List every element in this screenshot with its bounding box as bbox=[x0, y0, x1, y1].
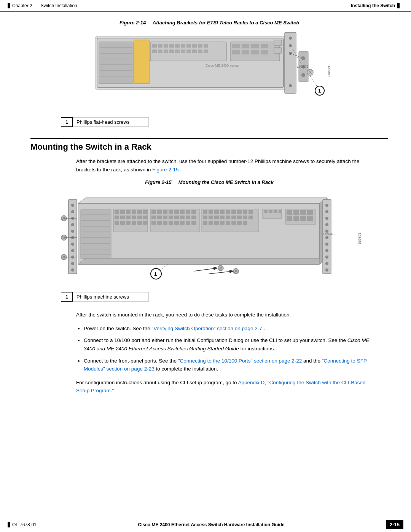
svg-rect-147 bbox=[226, 210, 230, 214]
svg-rect-179 bbox=[287, 216, 292, 221]
svg-rect-35 bbox=[251, 44, 259, 48]
svg-rect-13 bbox=[164, 44, 168, 48]
svg-line-205 bbox=[194, 268, 217, 271]
svg-rect-16 bbox=[181, 44, 185, 48]
figure15-title: Mounting the Cisco ME Switch in a Rack bbox=[178, 179, 274, 185]
svg-rect-107 bbox=[126, 216, 131, 219]
svg-rect-116 bbox=[143, 221, 148, 225]
figure15-number: Figure 2-15 bbox=[145, 179, 171, 185]
section-title: Mounting the Switch in a Rack bbox=[30, 138, 388, 152]
svg-rect-120 bbox=[163, 210, 167, 214]
figure15-link[interactable]: Figure 2-15 bbox=[152, 167, 178, 173]
svg-rect-108 bbox=[132, 216, 136, 219]
svg-point-189 bbox=[325, 236, 328, 239]
intro-text-end: . bbox=[180, 167, 182, 173]
svg-rect-101 bbox=[126, 210, 131, 214]
svg-rect-15 bbox=[175, 44, 180, 48]
svg-rect-176 bbox=[293, 210, 299, 215]
svg-rect-20 bbox=[204, 44, 208, 48]
bullet1-link[interactable]: "Verifying Switch Operation" section on … bbox=[152, 326, 262, 331]
svg-rect-149 bbox=[237, 210, 242, 214]
svg-rect-21 bbox=[152, 50, 157, 53]
header-right-title: Installing the Switch bbox=[351, 3, 395, 8]
bullet1-text-before: Power on the switch. See the bbox=[84, 326, 152, 331]
svg-point-69 bbox=[71, 249, 74, 252]
svg-rect-130 bbox=[174, 216, 179, 219]
list-item: Connect to a 10/100 port and either run … bbox=[84, 336, 373, 353]
svg-point-63 bbox=[71, 210, 74, 213]
svg-rect-103 bbox=[137, 210, 142, 214]
svg-rect-121 bbox=[169, 210, 173, 214]
svg-rect-182 bbox=[307, 216, 313, 221]
list-item: Connect to the front-panel ports. See th… bbox=[84, 357, 373, 373]
svg-rect-181 bbox=[300, 216, 306, 221]
figure14-caption-container: Figure 2-14 Attaching Brackets for ETSI … bbox=[30, 19, 388, 26]
svg-rect-146 bbox=[220, 210, 225, 214]
figure14-caption: Figure 2-14 Attaching Brackets for ETSI … bbox=[119, 20, 299, 26]
figure14-title: Attaching Brackets for ETSI Telco Racks … bbox=[153, 20, 299, 26]
svg-rect-12 bbox=[158, 44, 162, 48]
svg-point-65 bbox=[71, 223, 74, 226]
svg-rect-19 bbox=[198, 44, 202, 48]
svg-text:Cisco ME 2400 series: Cisco ME 2400 series bbox=[206, 64, 239, 67]
svg-text:1: 1 bbox=[318, 88, 321, 94]
svg-rect-17 bbox=[186, 44, 191, 48]
svg-rect-25 bbox=[175, 50, 180, 53]
svg-rect-99 bbox=[115, 210, 119, 214]
appendix-paragraph: For configuration instructions about usi… bbox=[76, 379, 373, 395]
svg-rect-122 bbox=[174, 210, 179, 214]
svg-point-68 bbox=[71, 243, 74, 246]
footer-center-title: Cisco ME 2400 Ethernet Access Switch Har… bbox=[138, 522, 285, 527]
svg-rect-24 bbox=[169, 50, 174, 53]
svg-rect-128 bbox=[163, 216, 167, 219]
header-left: Chapter 2 Switch Installation bbox=[8, 3, 77, 8]
figure15-diagram-wrapper: 1 132688 bbox=[61, 188, 358, 288]
bullet2-text-after: for instructions. bbox=[241, 346, 276, 351]
svg-rect-137 bbox=[169, 221, 173, 225]
svg-point-66 bbox=[71, 230, 74, 233]
svg-rect-105 bbox=[115, 216, 119, 219]
svg-rect-111 bbox=[115, 221, 119, 225]
chapter-title: Switch Installation bbox=[41, 3, 77, 8]
figure14-callout-table: 1 Phillips flat-head screws bbox=[61, 117, 149, 127]
svg-rect-9 bbox=[134, 40, 149, 84]
svg-rect-110 bbox=[143, 216, 148, 219]
svg-rect-160 bbox=[249, 216, 253, 219]
svg-rect-155 bbox=[220, 216, 225, 219]
svg-rect-37 bbox=[232, 50, 240, 54]
svg-point-184 bbox=[325, 204, 328, 207]
svg-rect-162 bbox=[209, 221, 213, 225]
bullet3-link1[interactable]: "Connecting to the 10/100 Ports" section… bbox=[178, 358, 302, 364]
task-list: Power on the switch. See the "Verifying … bbox=[84, 324, 373, 373]
svg-rect-11 bbox=[152, 44, 157, 48]
svg-text:132867: 132867 bbox=[297, 65, 308, 69]
svg-point-185 bbox=[325, 210, 328, 213]
svg-rect-119 bbox=[157, 210, 162, 214]
svg-point-193 bbox=[325, 262, 328, 265]
svg-rect-89 bbox=[81, 209, 111, 259]
svg-rect-115 bbox=[137, 221, 142, 225]
svg-rect-40 bbox=[261, 50, 268, 54]
svg-rect-143 bbox=[203, 210, 207, 214]
svg-rect-134 bbox=[151, 221, 156, 225]
svg-rect-30 bbox=[204, 50, 208, 53]
svg-rect-2 bbox=[99, 42, 133, 84]
after-text-paragraph: After the switch is mounted in the rack,… bbox=[76, 311, 373, 319]
svg-rect-133 bbox=[191, 216, 196, 219]
svg-rect-104 bbox=[143, 210, 148, 214]
svg-rect-114 bbox=[132, 221, 136, 225]
svg-point-194 bbox=[325, 268, 328, 272]
figure14-svg: Cisco ME 2400 series bbox=[91, 29, 327, 112]
figure15-caption-container: Figure 2-15 Mounting the Cisco ME Switch… bbox=[30, 179, 388, 185]
svg-rect-164 bbox=[220, 221, 225, 225]
svg-point-190 bbox=[325, 243, 328, 246]
svg-line-57 bbox=[310, 76, 318, 88]
svg-point-51 bbox=[301, 73, 305, 77]
svg-rect-175 bbox=[287, 210, 292, 215]
svg-rect-152 bbox=[203, 216, 207, 219]
header-left-bar-icon bbox=[8, 3, 10, 8]
svg-rect-148 bbox=[231, 210, 236, 214]
appendix-text-before: For configuration instructions about usi… bbox=[76, 380, 238, 385]
svg-rect-42 bbox=[274, 48, 282, 53]
svg-rect-22 bbox=[158, 50, 162, 53]
